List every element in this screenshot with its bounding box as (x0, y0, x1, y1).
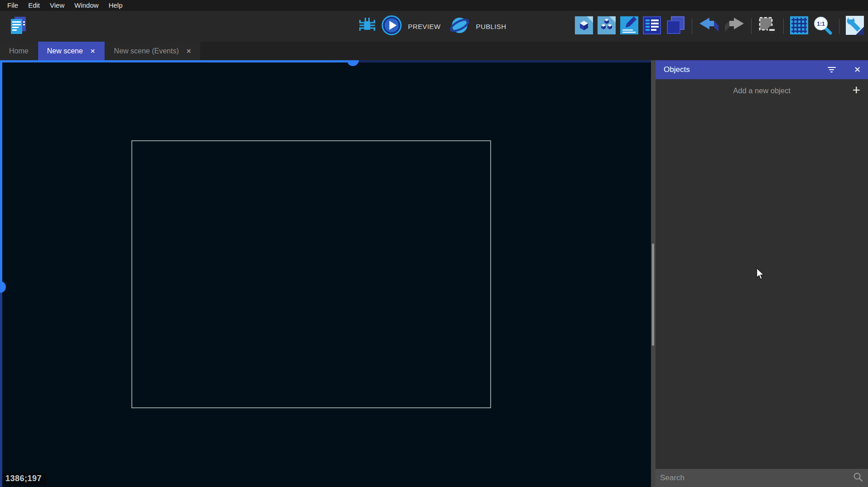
publish-globe-icon (449, 15, 470, 38)
objects-editor-icon (575, 16, 593, 36)
tab-new-scene-events[interactable]: New scene (Events) ✕ (105, 42, 201, 60)
vertical-scrollbar[interactable] (0, 60, 2, 287)
object-groups-icon (598, 16, 616, 36)
objects-search-bar (656, 469, 868, 487)
tab-close-icon[interactable]: ✕ (90, 48, 96, 55)
deselect-all-button[interactable] (756, 14, 779, 39)
properties-pencil-icon (620, 16, 638, 36)
tab-home-label: Home (9, 47, 29, 55)
menu-edit[interactable]: Edit (23, 0, 45, 11)
grid-button[interactable] (788, 14, 810, 39)
publish-label[interactable]: PUBLISH (476, 23, 506, 30)
instances-list-icon (643, 16, 661, 36)
objects-panel-title: Objects (664, 65, 826, 74)
game-window-frame (131, 140, 491, 408)
wrench-icon (846, 16, 864, 37)
panel-divider[interactable] (651, 60, 656, 487)
mouse-cursor (756, 267, 765, 282)
layers-icon (665, 16, 685, 37)
project-manager-icon (10, 16, 27, 37)
horizontal-scroll-thumb[interactable] (347, 60, 359, 66)
menu-bar: File Edit View Window Help (0, 0, 868, 11)
menu-help[interactable]: Help (104, 0, 128, 11)
menu-view[interactable]: View (45, 0, 69, 11)
scene-canvas[interactable]: 1386;197 (0, 60, 651, 487)
menu-window[interactable]: Window (69, 0, 103, 11)
debug-bug-icon (358, 16, 377, 37)
svg-text:1:1: 1:1 (817, 21, 825, 27)
preview-button[interactable] (379, 14, 405, 39)
setup-tools-button[interactable] (844, 14, 866, 39)
deselect-icon (758, 16, 777, 37)
vertical-scrollbar-track[interactable] (0, 287, 2, 487)
search-icon (853, 472, 863, 484)
cursor-coordinates-label: 1386;197 (2, 473, 47, 485)
publish-button[interactable] (447, 14, 472, 39)
toolbar-divider (783, 19, 784, 34)
zoom-original-button[interactable]: 1:1 (810, 14, 835, 39)
search-input[interactable] (660, 473, 853, 482)
grid-icon (790, 16, 808, 36)
preview-label[interactable]: PREVIEW (408, 23, 441, 30)
toolbar-divider (692, 19, 692, 34)
tab-close-icon[interactable]: ✕ (186, 48, 192, 55)
redo-button[interactable] (722, 14, 747, 39)
add-object-button[interactable]: Add a new object + (656, 79, 868, 102)
plus-icon[interactable]: + (852, 83, 860, 97)
tab-new-scene-events-label: New scene (Events) (114, 47, 179, 55)
instances-list-button[interactable] (641, 14, 663, 39)
tab-new-scene[interactable]: New scene ✕ (38, 42, 105, 60)
objects-list-empty-area[interactable] (656, 102, 868, 469)
tab-home[interactable]: Home (0, 42, 38, 60)
vertical-scroll-thumb[interactable] (0, 281, 6, 293)
objects-panel: Objects ✕ Add a new object + (656, 60, 868, 487)
tab-new-scene-label: New scene (47, 47, 83, 55)
menu-file[interactable]: File (2, 0, 23, 11)
zoom-1-1-icon: 1:1 (813, 15, 833, 37)
add-object-label: Add a new object (733, 86, 791, 95)
horizontal-scrollbar[interactable] (0, 60, 350, 62)
toolbar-divider (839, 19, 839, 34)
main-toolbar: PREVIEW PUBLISH (0, 11, 868, 42)
layers-button[interactable] (663, 14, 688, 39)
debug-button[interactable] (356, 14, 379, 39)
horizontal-scrollbar-track[interactable] (350, 60, 651, 62)
close-icon[interactable]: ✕ (854, 66, 861, 74)
filter-icon[interactable] (826, 65, 838, 74)
undo-button[interactable] (696, 14, 722, 39)
object-groups-button[interactable] (595, 14, 618, 39)
properties-button[interactable] (618, 14, 641, 39)
editor-tabs: Home New scene ✕ New scene (Events) ✕ (0, 42, 868, 60)
redo-arrow-icon (724, 18, 745, 35)
divider-scroll-thumb[interactable] (652, 244, 654, 346)
project-manager-button[interactable] (7, 14, 29, 39)
preview-play-icon (381, 15, 402, 38)
toolbar-divider (751, 19, 752, 34)
objects-panel-header: Objects ✕ (656, 60, 868, 79)
objects-editor-button[interactable] (573, 14, 595, 39)
undo-arrow-icon (699, 18, 719, 35)
